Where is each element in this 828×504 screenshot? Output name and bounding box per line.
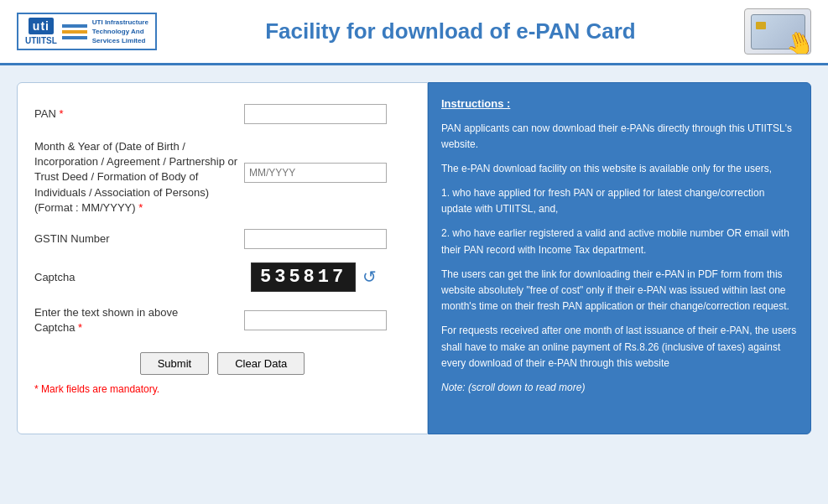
scroll-note: Note: (scroll down to read more) [441,382,585,393]
page-title: Facility for download of e-PAN Card [157,18,744,44]
logo-line3: Services Limited [92,36,148,45]
pan-card-image: 🤚 [744,8,811,55]
instructions-content: PAN applicants can now download their e-… [441,121,798,397]
pan-row: PAN * [34,104,410,124]
card-chip [756,22,766,29]
instruction-p7: Note: (scroll down to read more) [441,380,798,396]
stripe-2 [62,30,87,34]
captcha-input-row: Enter the text shown in aboveCaptcha * [34,305,410,335]
submit-button[interactable]: Submit [140,352,209,375]
month-year-label: Month & Year of (Date of Birth / Incorpo… [34,138,244,216]
form-panel: PAN * Month & Year of (Date of Birth / I… [17,82,428,434]
month-year-input[interactable] [244,163,387,183]
captcha-refresh-icon[interactable]: ↺ [362,267,377,287]
captcha-display-row: Captcha 535817 ↺ [34,262,410,292]
logo-left: uti UTIITSL [25,18,57,45]
gstin-row: GSTIN Number [34,229,410,249]
month-year-required-star: * [138,201,143,214]
clear-button[interactable]: Clear Data [217,352,305,375]
instructions-panel: Instructions : PAN applicants can now do… [428,82,811,434]
captcha-input[interactable] [244,310,387,330]
gstin-input[interactable] [244,229,387,249]
logo-line2: Technology And [92,27,148,36]
captcha-image: 535817 [251,262,356,292]
mandatory-note: * Mark fields are mandatory. [34,383,410,395]
mandatory-star: * [34,383,39,395]
utiitsl-text: UTIITSL [25,36,57,45]
logo-description: UTI Infrastructure Technology And Servic… [92,18,148,46]
captcha-required-star: * [78,321,82,334]
captcha-label: Captcha [34,271,244,283]
captcha-input-label: Enter the text shown in aboveCaptcha * [34,305,244,335]
instructions-title: Instructions : [441,96,798,112]
pan-required-star: * [59,107,63,120]
instruction-p2: The e-PAN download facility on this webs… [441,161,798,177]
page-header: uti UTIITSL UTI Infrastructure Technolog… [0,0,828,65]
month-year-row: Month & Year of (Date of Birth / Incorpo… [34,138,410,216]
pan-label: PAN * [34,107,244,122]
stripe-3 [62,36,87,39]
stripe-1 [62,24,87,28]
logo-divider [62,24,87,39]
uti-logo-text: uti [29,18,54,34]
main-content: PAN * Month & Year of (Date of Birth / I… [0,65,828,451]
logo-line1: UTI Infrastructure [92,18,148,27]
instruction-p6: For requests received after one month of… [441,323,798,372]
gstin-label: GSTIN Number [34,231,244,247]
instruction-p4: 2. who have earlier registered a valid a… [441,226,798,257]
mandatory-text: Mark fields are mandatory. [41,383,159,395]
instruction-p5: The users can get the link for downloadi… [441,267,798,315]
instruction-p3: 1. who have applied for fresh PAN or app… [441,185,798,217]
pan-input[interactable] [244,104,387,124]
button-row: Submit Clear Data [34,352,410,375]
logo-area: uti UTIITSL UTI Infrastructure Technolog… [17,13,157,51]
instruction-p1: PAN applicants can now download their e-… [441,121,798,153]
